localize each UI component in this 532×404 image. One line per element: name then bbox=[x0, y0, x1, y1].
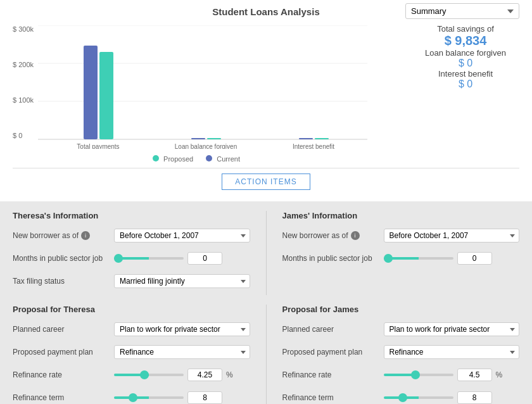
james-term-input[interactable] bbox=[457, 391, 492, 404]
theresa-new-borrower-label: New borrower as of i bbox=[13, 231, 114, 240]
proposal-james-title: Proposal for James bbox=[282, 305, 520, 314]
james-new-borrower-label: New borrower as of i bbox=[282, 231, 384, 240]
theresa-term-input[interactable] bbox=[187, 391, 222, 404]
action-items-button[interactable]: ACTION ITEMS bbox=[222, 174, 310, 190]
legend-current-dot bbox=[206, 155, 212, 161]
theresa-payment-label: Proposed payment plan bbox=[13, 348, 114, 357]
total-savings-value: $ 9,834 bbox=[405, 34, 526, 48]
theresa-payment-control[interactable]: Refinance Standard IBR bbox=[114, 345, 250, 359]
james-months-input[interactable] bbox=[457, 252, 492, 265]
x-label-loan: Loan balance forgiven bbox=[175, 143, 237, 149]
theresa-term-label: Refinance term bbox=[13, 393, 114, 402]
theresa-tax-control[interactable]: Married filing jointly Single Married fi… bbox=[114, 274, 250, 288]
bar-chart: Total payments Loan balance forgiven Int… bbox=[38, 25, 367, 149]
y-label-100k: $ 100k bbox=[13, 96, 34, 104]
theresa-months-slider[interactable] bbox=[114, 257, 184, 260]
bar-proposed-interest bbox=[299, 138, 313, 139]
theresa-months-input[interactable] bbox=[187, 252, 222, 265]
legend-current-label: Current bbox=[217, 155, 240, 163]
theresa-new-borrower-control[interactable]: Before October 1, 2007 On or after Octob… bbox=[114, 229, 250, 243]
theresa-section-title: Theresa's Information bbox=[13, 211, 250, 220]
bar-current-payments bbox=[99, 52, 113, 139]
theresa-rate-input[interactable] bbox=[187, 369, 222, 381]
theresa-term-slider[interactable] bbox=[114, 396, 184, 399]
theresa-new-borrower-select[interactable]: Before October 1, 2007 On or after Octob… bbox=[114, 229, 250, 243]
proposal-theresa-title: Proposal for Theresa bbox=[13, 305, 250, 314]
james-new-borrower-info-icon[interactable]: i bbox=[351, 231, 360, 240]
legend-proposed-label: Proposed bbox=[163, 155, 193, 163]
james-months-control bbox=[384, 252, 520, 265]
interest-benefit-label: Interest benefit bbox=[405, 69, 526, 79]
theresa-rate-label: Refinance rate bbox=[13, 370, 114, 379]
james-rate-row: Refinance rate % bbox=[282, 366, 520, 384]
interest-benefit-value: $ 0 bbox=[405, 79, 526, 90]
theresa-payment-select[interactable]: Refinance Standard IBR bbox=[114, 345, 250, 359]
proposal-james-col: Proposal for James Planned career Plan t… bbox=[282, 305, 520, 404]
bar-current-interest bbox=[315, 138, 329, 139]
james-career-control[interactable]: Plan to work for private sector Plan to … bbox=[384, 322, 520, 336]
theresa-rate-row: Refinance rate % bbox=[13, 366, 250, 384]
form-section: Theresa's Information New borrower as of… bbox=[0, 201, 532, 404]
theresa-tax-label: Tax filing status bbox=[13, 277, 114, 286]
james-months-row: Months in public sector job bbox=[282, 249, 520, 267]
x-label-payments: Total payments bbox=[77, 143, 119, 149]
james-career-label: Planned career bbox=[282, 325, 384, 334]
theresa-months-control bbox=[114, 252, 250, 265]
theresa-career-control[interactable]: Plan to work for private sector Plan to … bbox=[114, 322, 250, 336]
theresa-rate-pct-label: % bbox=[226, 370, 233, 379]
james-term-slider[interactable] bbox=[384, 396, 453, 399]
james-career-select[interactable]: Plan to work for private sector Plan to … bbox=[384, 322, 520, 336]
y-label-300k: $ 300k bbox=[13, 25, 34, 33]
theresa-tax-select[interactable]: Married filing jointly Single Married fi… bbox=[114, 274, 250, 288]
theresa-term-control bbox=[114, 391, 250, 404]
chart-container: $ 300k $ 200k $ 100k $ 0 Total payments … bbox=[13, 22, 380, 161]
legend-proposed-dot bbox=[153, 155, 159, 161]
form-columns: Theresa's Information New borrower as of… bbox=[13, 211, 519, 295]
summary-content: Total savings of $ 9,834 Loan balance fo… bbox=[405, 24, 526, 90]
action-items-bar: ACTION ITEMS bbox=[13, 168, 519, 195]
james-rate-slider[interactable] bbox=[384, 374, 453, 376]
james-info-col: James' Information New borrower as of i … bbox=[282, 211, 520, 295]
y-label-200k: $ 200k bbox=[13, 61, 34, 68]
loan-balance-value: $ 0 bbox=[405, 58, 526, 69]
james-rate-control: % bbox=[384, 369, 520, 381]
x-label-interest: Interest benefit bbox=[293, 143, 334, 149]
theresa-payment-row: Proposed payment plan Refinance Standard… bbox=[13, 343, 250, 361]
james-payment-row: Proposed payment plan Refinance Standard… bbox=[282, 343, 520, 361]
chart-legend: Proposed Current bbox=[13, 155, 380, 163]
james-career-row: Planned career Plan to work for private … bbox=[282, 320, 520, 338]
theresa-months-label: Months in public sector job bbox=[13, 254, 114, 263]
theresa-new-borrower-row: New borrower as of i Before October 1, 2… bbox=[13, 227, 250, 244]
loan-balance-label: Loan balance forgiven bbox=[405, 48, 526, 58]
theresa-rate-slider[interactable] bbox=[114, 374, 184, 376]
top-section: Student Loans Analysis Summary Detail To… bbox=[0, 0, 532, 201]
james-term-control bbox=[384, 391, 520, 404]
legend-proposed: Proposed bbox=[153, 155, 193, 163]
theresa-career-select[interactable]: Plan to work for private sector Plan to … bbox=[114, 322, 250, 336]
y-axis: $ 300k $ 200k $ 100k $ 0 bbox=[13, 25, 34, 139]
summary-select-wrap[interactable]: Summary Detail bbox=[405, 3, 526, 19]
james-new-borrower-control[interactable]: Before October 1, 2007 On or after Octob… bbox=[384, 229, 520, 243]
james-rate-pct-label: % bbox=[496, 370, 503, 379]
james-rate-label: Refinance rate bbox=[282, 370, 384, 379]
james-payment-control[interactable]: Refinance Standard IBR bbox=[384, 345, 520, 359]
theresa-new-borrower-info-icon[interactable]: i bbox=[81, 231, 90, 240]
summary-select[interactable]: Summary Detail bbox=[405, 3, 519, 19]
proposal-divider bbox=[266, 305, 267, 404]
proposals-columns: Proposal for Theresa Planned career Plan… bbox=[13, 305, 519, 404]
theresa-info-col: Theresa's Information New borrower as of… bbox=[13, 211, 250, 295]
summary-box: Summary Detail Total savings of $ 9,834 … bbox=[405, 3, 526, 90]
james-months-slider[interactable] bbox=[384, 257, 453, 260]
james-new-borrower-select[interactable]: Before October 1, 2007 On or after Octob… bbox=[384, 229, 520, 243]
theresa-rate-control: % bbox=[114, 369, 250, 381]
theresa-tax-row: Tax filing status Married filing jointly… bbox=[13, 272, 250, 290]
col-divider bbox=[266, 211, 267, 295]
james-payment-select[interactable]: Refinance Standard IBR bbox=[384, 345, 520, 359]
james-months-label: Months in public sector job bbox=[282, 254, 384, 263]
bar-proposed-payments bbox=[84, 46, 98, 139]
y-label-0: $ 0 bbox=[13, 132, 34, 139]
theresa-career-label: Planned career bbox=[13, 325, 114, 334]
theresa-months-row: Months in public sector job bbox=[13, 249, 250, 267]
james-rate-input[interactable] bbox=[457, 369, 492, 381]
bar-current-loan bbox=[207, 138, 221, 139]
